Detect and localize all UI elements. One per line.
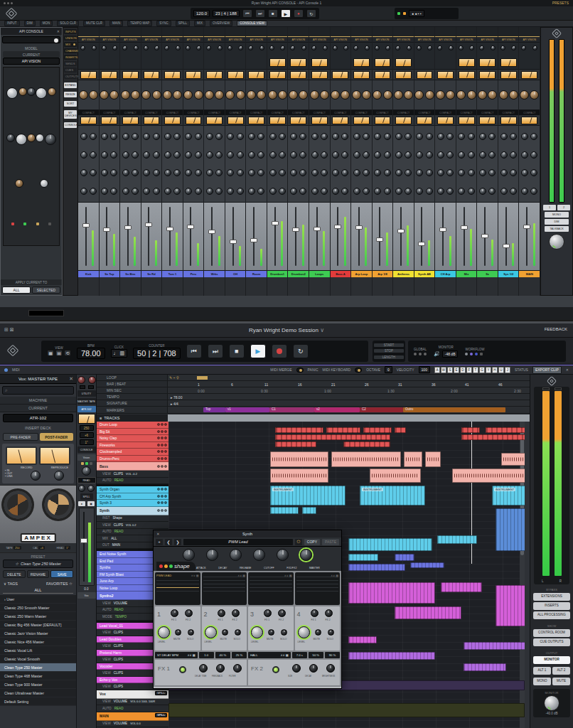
- api-strip-knob[interactable]: [36, 134, 44, 142]
- eq-knob[interactable]: [521, 151, 528, 159]
- eq-knob[interactable]: [143, 151, 150, 159]
- timeline-row-label[interactable]: TEMPO: [97, 394, 168, 400]
- clip[interactable]: [348, 582, 435, 604]
- api-strip-knob[interactable]: [48, 87, 56, 96]
- midi-key-s[interactable]: S: [447, 367, 453, 373]
- record-button[interactable]: ●: [294, 9, 304, 18]
- channel-knob[interactable]: [290, 46, 295, 50]
- track-dot[interactable]: [157, 450, 160, 453]
- clip[interactable]: [501, 453, 525, 466]
- eq-knob[interactable]: [122, 188, 129, 195]
- channel-knob[interactable]: [511, 46, 516, 50]
- tape-device-select[interactable]: ATR-102: [3, 414, 73, 422]
- channel-name-tag[interactable]: Drumbus1: [267, 271, 288, 277]
- clip[interactable]: [452, 469, 525, 483]
- eq-knob[interactable]: [90, 133, 97, 140]
- paste-button[interactable]: PASTE: [322, 539, 339, 545]
- global-icon[interactable]: [419, 353, 422, 355]
- eq-knob[interactable]: [248, 151, 255, 159]
- fx2-send-knob[interactable]: [185, 609, 193, 617]
- eq-knob[interactable]: [164, 151, 171, 159]
- eq-knob[interactable]: [321, 188, 328, 195]
- track-dot[interactable]: [164, 465, 167, 468]
- clip[interactable]: [275, 427, 323, 433]
- track-dot[interactable]: [164, 430, 167, 433]
- channel-name-tag[interactable]: Drumbus2: [288, 271, 309, 277]
- midi-merge-toggle[interactable]: [296, 368, 304, 373]
- midi-key-a[interactable]: A: [434, 367, 440, 373]
- utility-section[interactable]: UTILITY: [77, 390, 96, 397]
- clip[interactable]: [496, 585, 525, 626]
- fx-type-select[interactable]: ST DELAY BPM∧∨ ▦: [155, 652, 198, 658]
- timeline-row-label[interactable]: MIN:SEC: [97, 387, 168, 393]
- channel-knob[interactable]: [373, 90, 382, 100]
- eq-knob[interactable]: [248, 188, 255, 195]
- sidebar-item-channels[interactable]: CHANNELS: [64, 48, 77, 53]
- clip[interactable]: [425, 451, 441, 467]
- eq-knob[interactable]: [279, 169, 286, 176]
- channel-knob[interactable]: [520, 90, 529, 100]
- eq-knob[interactable]: [80, 188, 87, 195]
- model-select[interactable]: API VISION: [3, 58, 60, 65]
- channel-fader-section[interactable]: [477, 203, 498, 271]
- solo-knob[interactable]: [281, 629, 287, 636]
- fx-knob-decay[interactable]: [309, 664, 318, 673]
- track-ch-arp-synth[interactable]: CH Arp Synth: [97, 493, 168, 500]
- sidebar-item-inserts[interactable]: INSERTS: [64, 55, 77, 60]
- tags-toggle[interactable]: ∨ TAGS: [4, 582, 18, 586]
- channel-knob[interactable]: [79, 90, 88, 100]
- eq-knob[interactable]: [248, 133, 255, 140]
- prev-preset-button[interactable]: ❮: [165, 539, 172, 545]
- subrow-value[interactable]: CLIPS: [114, 658, 123, 661]
- channel-knob[interactable]: [521, 46, 526, 50]
- fx2-send-knob[interactable]: [325, 609, 333, 617]
- end-button[interactable]: ⏭: [208, 344, 223, 358]
- fx1-send-knob[interactable]: [311, 609, 318, 617]
- channel-knob[interactable]: [225, 90, 235, 100]
- fader-cap[interactable]: [124, 225, 132, 230]
- track-dot[interactable]: [157, 457, 160, 460]
- eq-knob[interactable]: [227, 133, 234, 140]
- rtz-button[interactable]: ⏮: [186, 344, 202, 358]
- fader-cap[interactable]: [230, 240, 237, 244]
- channel-knob[interactable]: [122, 46, 127, 50]
- subrow-value[interactable]: CLIPS: [114, 631, 123, 634]
- channel-fader-section[interactable]: [204, 203, 225, 271]
- eq-knob[interactable]: [269, 151, 277, 159]
- eq-knob[interactable]: [227, 151, 234, 159]
- channel-strip[interactable]: API VISIONCOMPACTSynth AB: [414, 27, 436, 296]
- track-dot[interactable]: [161, 465, 164, 468]
- eq-knob[interactable]: [311, 188, 318, 195]
- preset-list-item[interactable]: Classic 250 Smooth Master: [0, 604, 76, 612]
- channel-knob[interactable]: [331, 90, 340, 100]
- track-mini-buttons[interactable]: [157, 488, 167, 491]
- channel-name-tag[interactable]: Tom 1: [162, 271, 183, 277]
- mic-switch[interactable]: [80, 385, 85, 389]
- record-button[interactable]: [272, 344, 287, 358]
- focus-fader[interactable]: [79, 508, 95, 586]
- eq-knob[interactable]: [353, 169, 360, 176]
- monitor-db[interactable]: -48 dB: [442, 350, 459, 358]
- channel-name-tag[interactable]: Sn Btm: [120, 271, 141, 277]
- tape-value[interactable]: 250: [80, 425, 94, 431]
- eq-knob[interactable]: [321, 169, 328, 176]
- clip[interactable]: [395, 427, 406, 433]
- eq-knob[interactable]: [363, 151, 370, 159]
- clip[interactable]: [343, 441, 390, 447]
- channel-knob[interactable]: [446, 90, 455, 100]
- fx-knob-filter[interactable]: [233, 664, 242, 673]
- eq-knob[interactable]: [195, 188, 202, 195]
- channel-strip[interactable]: API VISIONCOMPACTOH: [225, 27, 247, 296]
- channel-name-tag[interactable]: Perc: [183, 271, 204, 277]
- sidebar-item-unison[interactable]: UNISON: [64, 36, 77, 41]
- bpm-value[interactable]: 78.00: [77, 348, 105, 359]
- eq-knob[interactable]: [530, 151, 537, 159]
- channel-knob[interactable]: [141, 90, 151, 100]
- channel-knob[interactable]: [385, 46, 390, 50]
- sample-slot-3[interactable]: ∧∨ ▦: [248, 572, 294, 605]
- subrow-value[interactable]: Shape: [112, 516, 122, 520]
- preset-list-item[interactable]: Classic Vocal Smooth: [0, 655, 76, 663]
- subrow-value[interactable]: VOLUME: [114, 601, 127, 605]
- channel-strip[interactable]: API VISIONCOMPACTDrumbus1: [267, 27, 289, 296]
- track-dot[interactable]: [164, 423, 167, 426]
